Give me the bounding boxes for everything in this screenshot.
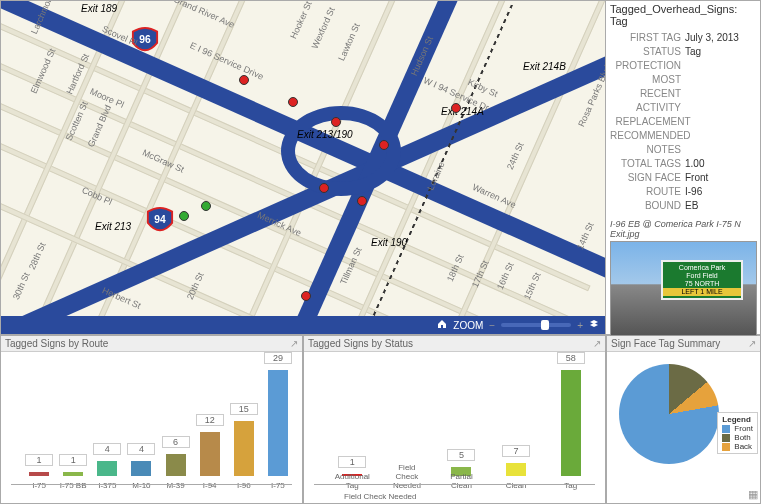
bar: 1 bbox=[63, 472, 83, 476]
street-label: Wexford St bbox=[310, 6, 337, 51]
svg-text:96: 96 bbox=[139, 34, 151, 45]
map-pin[interactable] bbox=[331, 117, 341, 127]
street-label: 15th St bbox=[522, 271, 543, 301]
bar: 6 bbox=[166, 454, 186, 476]
bar-group[interactable]: 12I-94 bbox=[196, 432, 224, 476]
map-pin[interactable] bbox=[288, 97, 298, 107]
interchange bbox=[281, 106, 401, 196]
legend-swatch bbox=[722, 434, 730, 442]
details-title: Tagged_Overhead_Signs: Tag bbox=[610, 3, 756, 27]
expand-icon[interactable]: ↗ bbox=[593, 338, 601, 349]
chart-panel-status: Tagged Signs by Status ↗ 1Additional Tag… bbox=[303, 335, 606, 504]
map-pin[interactable] bbox=[301, 291, 311, 301]
group-label: Field Check Needed bbox=[344, 492, 416, 501]
bar-value: 4 bbox=[93, 443, 121, 455]
bar-value: 7 bbox=[502, 445, 530, 457]
pie-chart bbox=[619, 364, 719, 464]
panel-title: Tagged Signs by Status bbox=[308, 338, 413, 349]
field-value bbox=[695, 115, 756, 143]
bar-group[interactable]: 58Tag bbox=[546, 370, 595, 476]
bar-category: Field Check Needed bbox=[387, 463, 427, 490]
street-label: E I 96 Service Drive bbox=[188, 40, 265, 81]
exit-label: Exit 213/190 bbox=[297, 129, 353, 140]
legend-title: Legend bbox=[722, 415, 753, 424]
map-pin[interactable] bbox=[379, 140, 389, 150]
field-value bbox=[685, 73, 756, 115]
map-pin[interactable] bbox=[451, 103, 461, 113]
field-key: MOST RECENT ACTIVITY bbox=[610, 73, 685, 115]
table-icon[interactable]: ▦ bbox=[748, 488, 758, 501]
map-pin[interactable] bbox=[179, 211, 189, 221]
bar-group[interactable]: 1I-75 BB bbox=[59, 472, 87, 476]
map-pin[interactable] bbox=[319, 183, 329, 193]
field-value: I-96 bbox=[685, 185, 756, 199]
exit-label: Exit 213 bbox=[95, 221, 131, 232]
zoom-in-icon[interactable]: + bbox=[577, 320, 583, 331]
legend-label: Both bbox=[734, 433, 750, 442]
bar-group[interactable]: 5Partial Clean bbox=[437, 467, 486, 476]
zoom-out-icon[interactable]: − bbox=[489, 320, 495, 331]
map-pin[interactable] bbox=[201, 201, 211, 211]
field-key: TOTAL TAGS bbox=[610, 157, 685, 171]
field-key: REPLACEMENT RECOMMENDED bbox=[610, 115, 695, 143]
bar-group[interactable]: 1Additional Tag bbox=[328, 474, 377, 476]
street-label: Grand River Ave bbox=[172, 0, 236, 30]
bar-group[interactable]: 7Clean bbox=[492, 463, 541, 476]
sign-photo[interactable]: Comerica Park Ford Field 75 NORTH LEFT 1… bbox=[610, 241, 757, 336]
map-panel[interactable]: 96 94 Exit 189 Exit 214B Exit 214A Exit … bbox=[0, 0, 606, 335]
field-value: July 3, 2013 bbox=[685, 31, 756, 45]
map-surface[interactable]: 96 94 Exit 189 Exit 214B Exit 214A Exit … bbox=[1, 1, 605, 334]
bar-value: 15 bbox=[230, 403, 258, 415]
street-label: 24th St bbox=[505, 141, 526, 171]
bar-category: Additional Tag bbox=[332, 472, 372, 490]
bar-value: 1 bbox=[25, 454, 53, 466]
bar: 12 bbox=[200, 432, 220, 476]
bar-group[interactable]: 6M-39 bbox=[162, 454, 190, 476]
field-value: Front bbox=[685, 171, 756, 185]
bar-group[interactable]: 15I-96 bbox=[230, 421, 258, 476]
field-key: BOUND bbox=[610, 199, 685, 213]
zoom-slider[interactable] bbox=[501, 323, 571, 327]
shield-i94: 94 bbox=[146, 206, 174, 234]
bar: 7 bbox=[506, 463, 526, 476]
bar-group[interactable]: 1I-75 bbox=[25, 472, 53, 476]
bar-group[interactable]: 29I-75 bbox=[264, 370, 292, 476]
bar-group[interactable]: 4M-10 bbox=[127, 461, 155, 476]
expand-icon[interactable]: ↗ bbox=[748, 338, 756, 349]
bar: 4 bbox=[131, 461, 151, 476]
field-value: Tag bbox=[685, 45, 756, 59]
bar-value: 6 bbox=[162, 436, 190, 448]
sign-text: 75 NORTH bbox=[685, 280, 720, 288]
map-toolbar: ZOOM − + bbox=[1, 316, 605, 334]
street-label: 14th St bbox=[575, 221, 596, 251]
bar-category: Tag bbox=[551, 481, 591, 490]
bar-chart: 1Additional TagField Check Needed5Partia… bbox=[308, 356, 601, 476]
bar: 15 bbox=[234, 421, 254, 476]
sign-text: LEFT 1 MILE bbox=[663, 288, 741, 296]
exit-label: Exit 214B bbox=[523, 61, 566, 72]
bar-value: 4 bbox=[127, 443, 155, 455]
field-value: 1.00 bbox=[685, 157, 756, 171]
field-value: EB bbox=[685, 199, 756, 213]
exit-label: Exit 190 bbox=[371, 237, 407, 248]
map-pin[interactable] bbox=[239, 75, 249, 85]
bar-value: 58 bbox=[557, 352, 585, 364]
details-panel: Tagged_Overhead_Signs: Tag FIRST TAGJuly… bbox=[606, 0, 761, 335]
street-label: 16th St bbox=[495, 261, 516, 291]
sign-text: Comerica Park bbox=[679, 264, 725, 272]
field-key: PROTECTION bbox=[610, 59, 685, 73]
legend-label: Front bbox=[734, 424, 753, 433]
layers-icon[interactable] bbox=[589, 319, 599, 331]
bar-category: I-75 bbox=[258, 481, 298, 490]
map-pin[interactable] bbox=[357, 196, 367, 206]
expand-icon[interactable]: ↗ bbox=[290, 338, 298, 349]
bar-group[interactable]: 4I-375 bbox=[93, 461, 121, 476]
zoom-label: ZOOM bbox=[453, 320, 483, 331]
photo-caption: I-96 EB @ Comerica Park I-75 N Exit.jpg bbox=[610, 219, 756, 239]
street-label: Lawton St bbox=[336, 22, 361, 63]
field-key: NOTES bbox=[610, 143, 685, 157]
dashboard: 96 94 Exit 189 Exit 214B Exit 214A Exit … bbox=[0, 0, 761, 504]
home-icon[interactable] bbox=[437, 319, 447, 331]
street-label: 30th St bbox=[11, 271, 32, 301]
bar-value: 1 bbox=[59, 454, 87, 466]
